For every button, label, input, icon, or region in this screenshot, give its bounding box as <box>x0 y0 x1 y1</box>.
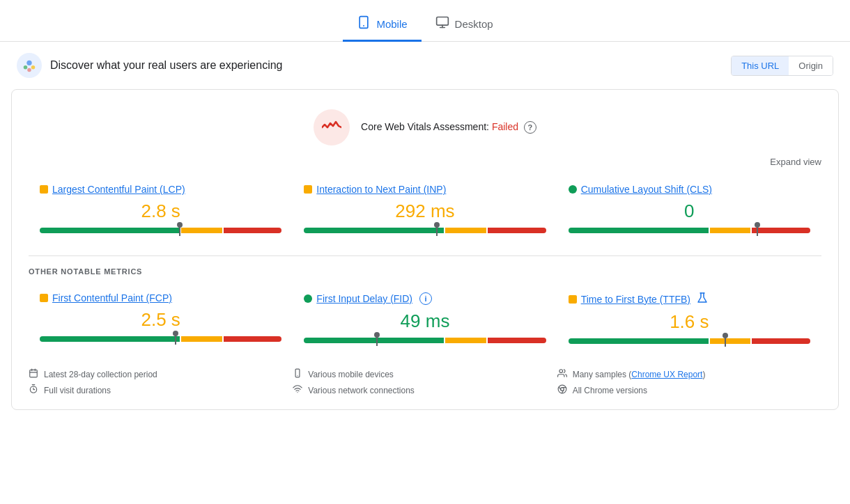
header-title: Discover what your real users are experi… <box>50 59 282 72</box>
url-toggle: This URL Origin <box>731 56 833 76</box>
inp-bar <box>304 228 546 233</box>
svg-point-2 <box>364 25 365 26</box>
footer-mobile-devices: Various mobile devices <box>293 366 557 382</box>
cls-value: 0 <box>569 200 810 222</box>
footer-samples: Many samples (Chrome UX Report) <box>557 366 821 382</box>
lcp-value: 2.8 s <box>40 200 281 222</box>
footer-visit-text: Full visit durations <box>44 386 111 395</box>
fid-bar-marker <box>376 335 378 346</box>
cls-bar-green <box>569 228 709 233</box>
section-divider <box>29 255 821 256</box>
header-section: Discover what your real users are experi… <box>0 42 850 89</box>
origin-button[interactable]: Origin <box>789 56 833 75</box>
this-url-button[interactable]: This URL <box>732 56 789 75</box>
inp-bar-marker <box>436 225 438 236</box>
footer-grid: Latest 28-day collection period Full vis… <box>12 355 838 398</box>
lcp-bar-orange <box>181 228 222 233</box>
network-icon <box>293 384 302 396</box>
inp-bar-red <box>488 228 546 233</box>
inp-bar-orange <box>445 228 486 233</box>
svg-point-20 <box>559 370 563 373</box>
tab-bar: Mobile Desktop <box>0 0 850 42</box>
metric-fcp: First Contentful Paint (FCP) 2.5 s <box>29 287 293 349</box>
assessment-status: Failed <box>492 121 518 132</box>
svg-rect-3 <box>436 17 448 26</box>
inp-bar-green <box>304 228 444 233</box>
footer-visit-duration: Full visit durations <box>29 382 293 398</box>
fcp-bar-red <box>224 336 282 342</box>
footer-col2: Various mobile devices Various network c… <box>293 366 557 398</box>
ttfb-bar-marker <box>725 336 726 347</box>
fid-value: 49 ms <box>304 310 546 332</box>
metric-ttfb-label: Time to First Byte (TTFB) <box>569 292 810 306</box>
mobile-icon <box>357 15 371 33</box>
metric-inp: Interaction to Next Paint (INP) 292 ms <box>293 178 557 239</box>
svg-rect-11 <box>30 370 38 377</box>
tab-mobile[interactable]: Mobile <box>343 8 421 42</box>
other-metrics-grid: First Contentful Paint (FCP) 2.5 s First… <box>12 281 838 355</box>
footer-chrome-versions: All Chrome versions <box>557 382 821 398</box>
calendar-icon <box>29 368 38 380</box>
fcp-bar-marker <box>175 333 176 345</box>
footer-chrome-text: All Chrome versions <box>573 386 647 395</box>
svg-point-6 <box>26 61 31 65</box>
fcp-bar-orange <box>181 336 222 342</box>
svg-point-8 <box>31 65 36 70</box>
footer-samples-text: Many samples (Chrome UX Report) <box>573 370 706 379</box>
assessment-icon <box>314 109 350 145</box>
cls-bar-red <box>752 228 810 233</box>
main-card: Core Web Vitals Assessment: Failed ? Exp… <box>11 89 839 410</box>
metric-lcp-label: Largest Contentful Paint (LCP) <box>40 184 281 195</box>
footer-collection-period: Latest 28-day collection period <box>29 366 293 382</box>
ttfb-bar-green <box>569 338 709 344</box>
cls-bar-marker <box>757 225 758 236</box>
svg-point-9 <box>27 68 31 72</box>
mobile-devices-icon <box>293 368 302 380</box>
metric-fid: First Input Delay (FID) i 49 ms <box>293 287 557 349</box>
lcp-link[interactable]: Largest Contentful Paint (LCP) <box>52 184 185 195</box>
metric-lcp: Largest Contentful Paint (LCP) 2.8 s <box>29 178 293 239</box>
tab-desktop-label: Desktop <box>455 18 493 30</box>
svg-rect-0 <box>360 17 369 29</box>
svg-point-18 <box>298 375 298 376</box>
fid-bar-green <box>304 338 444 343</box>
fid-info-icon[interactable]: i <box>419 292 432 305</box>
ttfb-link[interactable]: Time to First Byte (TTFB) <box>581 294 690 305</box>
footer-collection-text: Latest 28-day collection period <box>44 370 157 379</box>
ttfb-beaker-icon <box>697 292 707 306</box>
assessment-info-icon[interactable]: ? <box>524 121 536 134</box>
tab-mobile-label: Mobile <box>376 18 407 30</box>
users-icon <box>557 368 567 380</box>
timer-icon <box>29 384 38 396</box>
footer-network: Various network connections <box>293 382 557 398</box>
cls-bar-orange <box>710 228 751 233</box>
lcp-bar-green <box>40 228 180 233</box>
inp-dot <box>304 185 312 194</box>
header-left: Discover what your real users are experi… <box>17 53 282 78</box>
other-metrics-label: OTHER NOTABLE METRICS <box>12 267 838 276</box>
fcp-link[interactable]: First Contentful Paint (FCP) <box>52 292 172 304</box>
expand-view-link[interactable]: Expand view <box>12 157 838 173</box>
assessment-title: Core Web Vitals Assessment: <box>361 121 489 132</box>
lcp-dot <box>40 185 48 194</box>
fid-bar-orange <box>445 338 486 343</box>
lcp-bar-red <box>224 228 282 233</box>
fcp-bar <box>40 336 281 342</box>
metric-fcp-label: First Contentful Paint (FCP) <box>40 292 281 304</box>
ttfb-bar <box>569 338 810 344</box>
metric-cls-label: Cumulative Layout Shift (CLS) <box>569 184 810 195</box>
fid-bar-red <box>488 338 546 343</box>
footer-col3: Many samples (Chrome UX Report) All Chro… <box>557 366 821 398</box>
chrome-icon <box>557 384 567 396</box>
fcp-bar-green <box>40 336 180 342</box>
fid-link[interactable]: First Input Delay (FID) <box>316 293 412 304</box>
footer-network-text: Various network connections <box>308 386 415 395</box>
ttfb-bar-orange <box>710 338 751 344</box>
cls-link[interactable]: Cumulative Layout Shift (CLS) <box>581 184 712 195</box>
chrome-ux-report-link[interactable]: Chrome UX Report <box>631 370 702 379</box>
fcp-dot <box>40 294 48 302</box>
cls-dot <box>569 185 577 194</box>
inp-link[interactable]: Interaction to Next Paint (INP) <box>316 184 446 195</box>
tab-desktop[interactable]: Desktop <box>422 8 507 42</box>
desktop-icon <box>435 15 449 33</box>
